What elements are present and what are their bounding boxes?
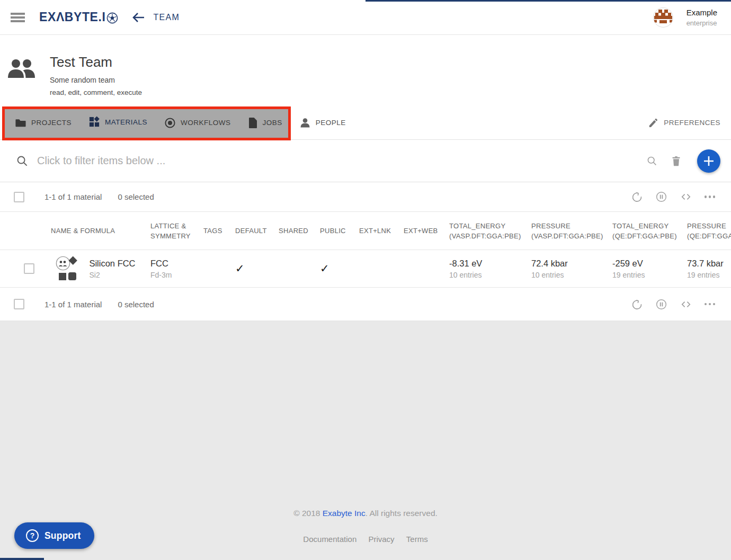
col-pressure-qe: PRESSURE(QE:DFT:GGA:PBE) [681, 212, 731, 250]
col-public: PUBLIC [314, 212, 353, 250]
table: NAME & FORMULA LATTICE &SYMMETRY TAGS DE… [0, 212, 731, 288]
app-bar: EXΛBYTE.I TEAM [0, 0, 731, 35]
tab-jobs[interactable]: JOBS [239, 106, 291, 139]
range-text: 1-1 of 1 material [44, 192, 102, 201]
col-ext-lnk: EXT+LNK [353, 212, 397, 250]
page-title: TEAM [154, 13, 180, 22]
person-icon [299, 117, 311, 129]
folder-icon [15, 117, 26, 129]
code-brackets-icon[interactable] [680, 298, 692, 310]
pressure-qe-entries: 19 entries [687, 271, 731, 279]
selected-count: 0 selected [118, 192, 154, 201]
avatar [653, 7, 673, 28]
tab-projects-label: PROJECTS [31, 119, 72, 127]
tab-materials[interactable]: MATERIALS [80, 106, 156, 139]
tab-materials-label: MATERIALS [105, 118, 147, 126]
row-checkbox[interactable] [24, 263, 34, 274]
symmetry-value: Fd-3m [150, 271, 197, 279]
pencil-icon [648, 118, 658, 128]
header-checkbox-spacer [0, 212, 44, 250]
team-header: Test Team Some random team read, edit, c… [0, 35, 731, 106]
pause-icon[interactable] [655, 298, 667, 310]
copyright: © 2018 Exabyte Inc. All rights reserved. [0, 509, 731, 518]
company-link[interactable]: Exabyte Inc [323, 509, 366, 518]
pressure-qe-value: 73.7 kbar [687, 259, 731, 269]
refresh-icon[interactable] [631, 298, 643, 310]
more-options-icon[interactable] [705, 303, 716, 306]
tab-projects[interactable]: PROJECTS [6, 106, 80, 139]
preferences-button[interactable]: PREFERENCES [648, 106, 720, 139]
table-row[interactable]: Silicon FCC Si2 FCC Fd-3m ✓ ✓ -8.31 eV 1… [0, 250, 731, 288]
pagination-row-bottom: 1-1 of 1 material 0 selected [0, 288, 731, 321]
material-formula: Si2 [89, 271, 135, 279]
terms-link[interactable]: Terms [406, 535, 428, 544]
widgets-icon [88, 116, 100, 128]
search-icon [16, 155, 28, 167]
select-all-checkbox[interactable] [14, 192, 24, 202]
soccer-ball-icon [106, 12, 118, 24]
ext-lnk-cell [353, 250, 397, 287]
col-lattice-symmetry: LATTICE &SYMMETRY [144, 212, 197, 250]
group-icon [8, 58, 37, 106]
filter-bar [0, 140, 731, 182]
tab-bar: PROJECTS MATERIALS WORKFLOWS JOBS [0, 106, 731, 140]
col-name-formula: NAME & FORMULA [44, 212, 144, 250]
tab-people-label: PEOPLE [316, 119, 346, 127]
col-ext-web: EXT+WEB [397, 212, 443, 250]
support-label: Support [44, 530, 81, 541]
user-plan: enterprise [687, 19, 717, 27]
exabyte-logo[interactable]: EXΛBYTE.I [39, 10, 118, 24]
team-name: Test Team [50, 54, 142, 70]
logo-text: EXΛBYTE.I [39, 10, 106, 24]
preferences-label: PREFERENCES [664, 119, 720, 127]
footer-area: © 2018 Exabyte Inc. All rights reserved.… [0, 321, 731, 560]
trash-icon[interactable] [670, 155, 682, 167]
documentation-link[interactable]: Documentation [303, 535, 356, 544]
back-arrow-icon[interactable] [131, 12, 145, 23]
top-edge-artifact [366, 0, 731, 2]
selected-count-bottom: 0 selected [118, 300, 154, 309]
total-energy-vasp-value: -8.31 eV [449, 259, 525, 269]
pressure-vasp-entries: 10 entries [531, 271, 606, 279]
team-description: Some random team [50, 76, 142, 84]
public-check-icon: ✓ [320, 262, 353, 275]
ext-web-cell [397, 250, 443, 287]
col-default: DEFAULT [229, 212, 272, 250]
pause-icon[interactable] [655, 191, 667, 203]
tab-jobs-label: JOBS [263, 119, 282, 127]
tags-cell [197, 250, 229, 287]
total-energy-vasp-entries: 10 entries [449, 271, 525, 279]
tab-workflows[interactable]: WORKFLOWS [156, 106, 239, 139]
filter-input[interactable] [37, 155, 646, 167]
col-pressure-vasp: PRESSURE(VASP.DFT:GGA:PBE) [525, 212, 606, 250]
code-brackets-icon[interactable] [680, 191, 692, 203]
material-icon [54, 255, 82, 282]
select-all-checkbox-bottom[interactable] [14, 299, 24, 309]
account-menu[interactable]: Example enterprise [653, 7, 717, 28]
add-button[interactable] [697, 149, 720, 173]
col-shared: SHARED [272, 212, 314, 250]
col-total-energy-qe: TOTAL_ENERGY(QE:DFT:GGA:PBE) [606, 212, 681, 250]
material-name: Silicon FCC [89, 259, 135, 269]
file-icon [248, 117, 258, 129]
menu-icon[interactable] [11, 13, 25, 22]
footer-links: Documentation Privacy Terms [0, 535, 731, 544]
support-button[interactable]: ? Support [14, 522, 94, 549]
col-tags: TAGS [197, 212, 229, 250]
table-header-row: NAME & FORMULA LATTICE &SYMMETRY TAGS DE… [0, 212, 731, 250]
page: EXΛBYTE.I TEAM [0, 0, 731, 560]
col-total-energy-vasp: TOTAL_ENERGY(VASP.DFT:GGA:PBE) [443, 212, 525, 250]
privacy-link[interactable]: Privacy [368, 535, 394, 544]
lattice-value: FCC [150, 259, 197, 269]
tab-people[interactable]: PEOPLE [291, 106, 354, 139]
range-text-bottom: 1-1 of 1 material [44, 300, 102, 309]
more-options-icon[interactable] [705, 195, 716, 198]
bottom-edge-artifact [0, 558, 44, 560]
refresh-icon[interactable] [631, 191, 643, 203]
total-energy-qe-value: -259 eV [612, 259, 681, 269]
radio-target-icon [164, 117, 176, 129]
team-permissions: read, edit, comment, execute [50, 88, 142, 96]
pressure-vasp-value: 72.4 kbar [531, 259, 606, 269]
search-action-icon[interactable] [646, 155, 657, 166]
copyright-prefix: © 2018 [293, 509, 323, 518]
